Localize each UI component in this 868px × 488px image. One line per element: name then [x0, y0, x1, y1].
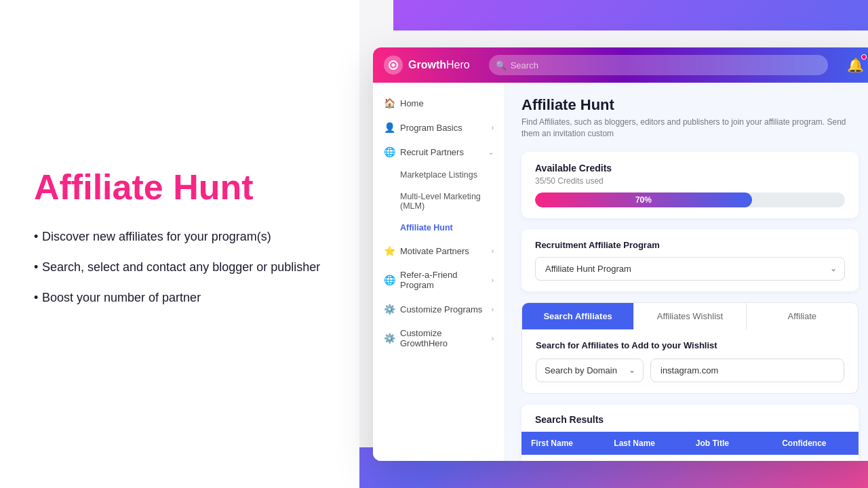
brand-logo: GrowthHero — [384, 56, 470, 75]
results-title: Search Results — [521, 405, 859, 432]
sidebar-item-customize-programs[interactable]: ⚙️ Customize Programs › — [373, 297, 505, 321]
user-icon: 👤 — [384, 122, 395, 133]
notification-badge — [861, 54, 867, 60]
bullet-3: Boost your number of partner — [34, 289, 326, 306]
program-card: Recruitment Affiliate Program Affiliate … — [521, 229, 859, 291]
program-select-wrapper: Affiliate Hunt ProgramDefault Program ⌄ — [535, 257, 845, 281]
progress-label: 70% — [635, 195, 652, 205]
progress-fill: 70% — [535, 192, 752, 207]
tabs-bar: Search Affiliates Affiliates Wishlist Af… — [521, 302, 859, 329]
brand-name: GrowthHero — [408, 59, 470, 71]
sidebar-item-customize-growthhero[interactable]: ⚙️ Customize GrowthHero › — [373, 321, 505, 355]
marketing-headline: Affiliate Hunt — [34, 168, 326, 207]
progress-bar: 70% — [535, 192, 845, 207]
sidebar-sub-marketplace-listings[interactable]: Marketplace Listings — [373, 164, 505, 186]
marketing-bullets: Discover new affiliates for your program… — [34, 228, 326, 321]
gear2-icon: ⚙️ — [384, 333, 395, 344]
cell-job-title: Art Director — [686, 455, 772, 461]
program-label: Recruitment Affiliate Program — [535, 240, 845, 250]
sidebar-item-label: Program Basics — [400, 123, 462, 133]
sidebar-item-motivate-partners[interactable]: ⭐ Motivate Partners › — [373, 239, 505, 263]
table-header-row: First Name Last Name Job Title Confidenc… — [521, 432, 859, 455]
cell-first-name: John — [521, 455, 604, 461]
tab-search-affiliates[interactable]: Search Affiliates — [522, 303, 634, 329]
page-title: Affiliate Hunt — [521, 96, 859, 114]
star-icon: ⭐ — [384, 245, 395, 256]
sidebar-item-recruit-partners[interactable]: 🌐 Recruit Partners ⌄ — [373, 140, 505, 164]
credits-title: Available Credits — [535, 163, 845, 174]
sidebar-item-refer-a-friend[interactable]: 🌐 Refer-a-Friend Program › — [373, 263, 505, 297]
search-bar[interactable]: 🔍 — [489, 55, 828, 75]
tab-affiliates-wishlist[interactable]: Affiliates Wishlist — [634, 303, 746, 329]
globe2-icon: 🌐 — [384, 274, 395, 285]
col-first-name: First Name — [521, 432, 604, 455]
search-section-label: Search for Affiliates to Add to your Wis… — [536, 340, 844, 350]
app-window: GrowthHero 🔍 🔔 🏠 Home 👤 Program Basics › — [373, 47, 868, 461]
sidebar-item-label: Customize Programs — [400, 304, 482, 314]
cell-confidence: 94 / 100 — [772, 455, 859, 461]
domain-search-input[interactable]: instagram.com — [650, 359, 844, 382]
table-row[interactable]: John Doe Art Director 94 / 100 — [521, 455, 859, 461]
search-row: Search by DomainSearch by NameSearch by … — [536, 359, 844, 382]
navbar: GrowthHero 🔍 🔔 — [373, 47, 868, 83]
sidebar-sub-mlm[interactable]: Multi-Level Marketing (MLM) — [373, 186, 505, 217]
sidebar-item-label: Recruit Partners — [400, 147, 464, 157]
cell-last-name: Doe — [604, 455, 686, 461]
chevron-down-icon: ⌄ — [488, 148, 494, 156]
tab-affiliate[interactable]: Affiliate — [747, 303, 858, 329]
search-input[interactable] — [489, 55, 828, 75]
chevron-right-icon: › — [492, 335, 494, 342]
sidebar-item-label: Refer-a-Friend Program — [400, 270, 486, 290]
page-subtitle: Find Affiliates, such as bloggers, edito… — [521, 117, 859, 140]
chevron-right-icon: › — [492, 124, 494, 131]
search-section: Search for Affiliates to Add to your Wis… — [521, 329, 859, 394]
notification-bell[interactable]: 🔔 — [847, 57, 864, 73]
results-section: Search Results First Name Last Name Job … — [521, 405, 859, 461]
bg-decoration-top — [393, 0, 868, 30]
search-type-wrapper: Search by DomainSearch by NameSearch by … — [536, 359, 644, 382]
bullet-2: Search, select and contact any blogger o… — [34, 259, 326, 276]
chevron-right-icon: › — [492, 277, 494, 284]
main-layout: 🏠 Home 👤 Program Basics › 🌐 Recruit Part… — [373, 83, 868, 461]
sidebar-item-program-basics[interactable]: 👤 Program Basics › — [373, 115, 505, 140]
credits-card: Available Credits 35/50 Credits used 70% — [521, 152, 859, 218]
logo-icon — [384, 56, 403, 75]
globe-icon: 🌐 — [384, 146, 395, 157]
home-icon: 🏠 — [384, 98, 395, 108]
col-job-title: Job Title — [686, 432, 772, 455]
sidebar: 🏠 Home 👤 Program Basics › 🌐 Recruit Part… — [373, 83, 505, 461]
col-confidence: Confidence — [772, 432, 859, 455]
results-table: First Name Last Name Job Title Confidenc… — [521, 432, 859, 461]
chevron-right-icon: › — [492, 306, 494, 313]
search-icon: 🔍 — [496, 60, 507, 70]
sidebar-item-home[interactable]: 🏠 Home — [373, 91, 505, 115]
gear-icon: ⚙️ — [384, 304, 395, 314]
col-last-name: Last Name — [604, 432, 686, 455]
main-content: Affiliate Hunt Find Affiliates, such as … — [505, 83, 868, 461]
bullet-1: Discover new affiliates for your program… — [34, 228, 326, 245]
sidebar-item-label: Motivate Partners — [400, 246, 469, 256]
chevron-right-icon: › — [492, 247, 494, 255]
left-marketing-panel: Affiliate Hunt Discover new affiliates f… — [0, 0, 359, 488]
search-type-select[interactable]: Search by DomainSearch by NameSearch by … — [536, 359, 644, 382]
program-select[interactable]: Affiliate Hunt ProgramDefault Program — [535, 257, 845, 281]
sidebar-item-label: Customize GrowthHero — [400, 328, 486, 348]
sidebar-item-label: Home — [400, 98, 424, 108]
sidebar-sub-affiliate-hunt[interactable]: Affiliate Hunt — [373, 217, 505, 239]
credits-used: 35/50 Credits used — [535, 176, 845, 186]
